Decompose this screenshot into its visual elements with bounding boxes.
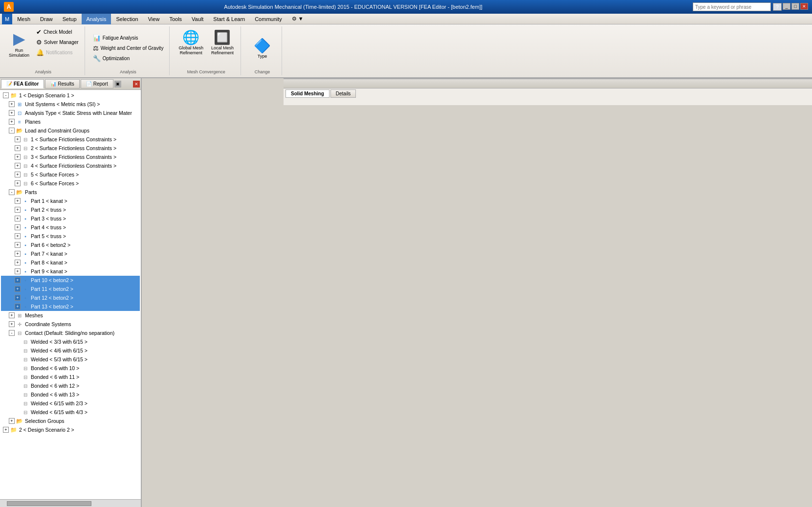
check-model-button[interactable]: ✔ Check Model — [34, 27, 81, 37]
tree-item-16[interactable]: +▪Part 5 < truss > — [1, 232, 140, 241]
tree-item-34[interactable]: ⊟Bonded < 6 with 13 > — [1, 390, 140, 399]
tree-expand-26[interactable]: + — [9, 321, 15, 327]
tree-expand-25[interactable]: + — [9, 312, 15, 318]
tree-item-25[interactable]: +⊞Meshes — [1, 311, 140, 320]
tree-expand-2[interactable]: + — [9, 110, 15, 116]
tree-item-15[interactable]: +▪Part 4 < truss > — [1, 223, 140, 232]
title-help-btn[interactable]: ? — [773, 3, 782, 11]
tree-expand-15[interactable]: + — [15, 224, 21, 230]
tree-item-0[interactable]: -📁1 < Design Scenario 1 > — [1, 91, 140, 100]
tree-expand-3[interactable]: + — [9, 119, 15, 125]
menu-vault[interactable]: Vault — [187, 14, 208, 24]
tree-expand-18[interactable]: + — [15, 251, 21, 257]
tree-item-2[interactable]: +⊡Analysis Type < Static Stress with Lin… — [1, 109, 140, 117]
tree-item-17[interactable]: +▪Part 6 < beton2 > — [1, 241, 140, 249]
panel-float-button[interactable]: ▣ — [114, 81, 121, 88]
tree-expand-21[interactable]: + — [15, 277, 21, 283]
close-button[interactable]: ✕ — [800, 3, 808, 10]
tree-expand-19[interactable]: + — [15, 260, 21, 265]
tree-item-28[interactable]: ⊟Welded < 3/3 with 6/15 > — [1, 337, 140, 346]
tree-item-23[interactable]: +▪Part 12 < beton2 > — [1, 293, 140, 302]
type-button[interactable]: 🔷 Type — [250, 27, 274, 68]
menu-draw[interactable]: Draw — [35, 14, 58, 24]
menu-community[interactable]: Community — [250, 14, 287, 24]
tree-item-12[interactable]: +▪Part 1 < kanat > — [1, 197, 140, 205]
tree-item-10[interactable]: +⊟6 < Surface Forces > — [1, 179, 140, 188]
tree-item-1[interactable]: +⊞Unit Systems < Metric mks (SI) > — [1, 100, 140, 109]
tree-item-24[interactable]: +▪Part 13 < beton2 > — [1, 302, 140, 311]
solver-manager-button[interactable]: ⚙ Solver Manager — [34, 38, 81, 47]
tree-item-8[interactable]: +⊟4 < Surface Frictionless Constraints > — [1, 161, 140, 170]
tree-item-36[interactable]: ⊟Welded < 6/15 with 4/3 > — [1, 408, 140, 417]
tree-expand-7[interactable]: + — [15, 154, 21, 160]
tree-expand-17[interactable]: + — [15, 242, 21, 248]
tree-item-6[interactable]: +⊟2 < Surface Frictionless Constraints > — [1, 144, 140, 153]
tree-item-29[interactable]: ⊟Welded < 4/6 with 6/15 > — [1, 346, 140, 355]
tree-item-37[interactable]: +📂Selection Groups — [1, 417, 140, 425]
tab-report[interactable]: 📄 Report — [81, 79, 113, 88]
fatigue-analysis-button[interactable]: 📊 Fatigue Analysis — [91, 33, 166, 43]
tree-expand-9[interactable]: + — [15, 172, 21, 177]
menu-start-learn[interactable]: Start & Learn — [208, 14, 250, 24]
tree-item-31[interactable]: ⊟Bonded < 6 with 10 > — [1, 364, 140, 373]
tree-item-27[interactable]: -⊟Contact (Default: Sliding/no separatio… — [1, 329, 140, 337]
tree-expand-8[interactable]: + — [15, 163, 21, 169]
maximize-button[interactable]: □ — [791, 3, 799, 10]
tree-expand-10[interactable]: + — [15, 180, 21, 186]
tree-item-20[interactable]: +▪Part 9 < kanat > — [1, 267, 140, 276]
menu-m[interactable]: M — [2, 14, 12, 24]
tree-item-13[interactable]: +▪Part 2 < truss > — [1, 205, 140, 214]
tree-expand-16[interactable]: + — [15, 233, 21, 239]
tree-item-19[interactable]: +▪Part 8 < kanat > — [1, 258, 140, 267]
tree-item-22[interactable]: +▪Part 11 < beton2 > — [1, 285, 140, 293]
tree-item-11[interactable]: -📂Parts — [1, 188, 140, 197]
menu-tools[interactable]: Tools — [164, 14, 187, 24]
optimization-button[interactable]: 🔧 Optimization — [91, 54, 166, 63]
tree-expand-5[interactable]: + — [15, 136, 21, 142]
tree-expand-38[interactable]: + — [3, 427, 9, 433]
tree-expand-12[interactable]: + — [15, 198, 21, 204]
tab-results[interactable]: 📊 Results — [45, 79, 79, 88]
tree-expand-24[interactable]: + — [15, 304, 21, 309]
tree-item-21[interactable]: +▪Part 10 < beton2 > — [1, 276, 140, 285]
tree-item-30[interactable]: ⊟Welded < 5/3 with 6/15 > — [1, 355, 140, 364]
tree-expand-20[interactable]: + — [15, 268, 21, 274]
tab-fea-editor[interactable]: 📝 FEA Editor — [1, 79, 44, 88]
tree-item-7[interactable]: +⊟3 < Surface Frictionless Constraints > — [1, 153, 140, 161]
menu-selection[interactable]: Selection — [111, 14, 143, 24]
tree-expand-22[interactable]: + — [15, 286, 21, 292]
tree-item-5[interactable]: +⊟1 < Surface Frictionless Constraints > — [1, 135, 140, 144]
tab-solid-meshing[interactable]: Solid Meshing — [285, 89, 329, 98]
tree-item-32[interactable]: ⊟Bonded < 6 with 11 > — [1, 373, 140, 381]
tree-expand-0[interactable]: - — [3, 92, 9, 98]
panel-close-button[interactable]: ✕ — [133, 81, 140, 88]
menu-extra[interactable]: ⚙ ▼ — [287, 14, 308, 24]
tree-item-26[interactable]: +✛Coordinate Systems — [1, 320, 140, 329]
notifications-button[interactable]: 🔔 Notifications — [34, 48, 81, 57]
tree-expand-1[interactable]: + — [9, 101, 15, 107]
tree-expand-14[interactable]: + — [15, 216, 21, 221]
minimize-button[interactable]: _ — [783, 3, 790, 10]
tree-expand-23[interactable]: + — [15, 295, 21, 301]
tree-item-33[interactable]: ⊟Bonded < 6 with 12 > — [1, 381, 140, 390]
tree-item-38[interactable]: +📁2 < Design Scenario 2 > — [1, 425, 140, 434]
tree-item-14[interactable]: +▪Part 3 < truss > — [1, 214, 140, 223]
tree-item-3[interactable]: +≡Planes — [1, 117, 140, 126]
tree-expand-37[interactable]: + — [9, 418, 15, 424]
tree-expand-6[interactable]: + — [15, 145, 21, 151]
title-search-input[interactable] — [693, 2, 771, 11]
left-panel-scrollbar[interactable] — [0, 499, 141, 507]
tree-item-35[interactable]: ⊟Welded < 6/15 with 2/3 > — [1, 399, 140, 408]
tree-item-4[interactable]: -📂Load and Constraint Groups — [1, 126, 140, 135]
weight-cog-button[interactable]: ⚖ Weight and Center of Gravity — [91, 44, 166, 53]
tab-details[interactable]: Details — [330, 89, 356, 98]
global-mesh-refinement-button[interactable]: 🌐 Global MeshRefinement — [176, 27, 206, 57]
tree-item-9[interactable]: +⊟5 < Surface Forces > — [1, 170, 140, 179]
local-mesh-refinement-button[interactable]: 🔲 Local MeshRefinement — [208, 27, 237, 57]
tree-expand-4[interactable]: - — [9, 128, 15, 133]
menu-mesh[interactable]: Mesh — [12, 14, 35, 24]
menu-view[interactable]: View — [143, 14, 165, 24]
menu-analysis[interactable]: Analysis — [82, 14, 111, 24]
menu-setup[interactable]: Setup — [58, 14, 82, 24]
tree-expand-27[interactable]: - — [9, 330, 15, 336]
